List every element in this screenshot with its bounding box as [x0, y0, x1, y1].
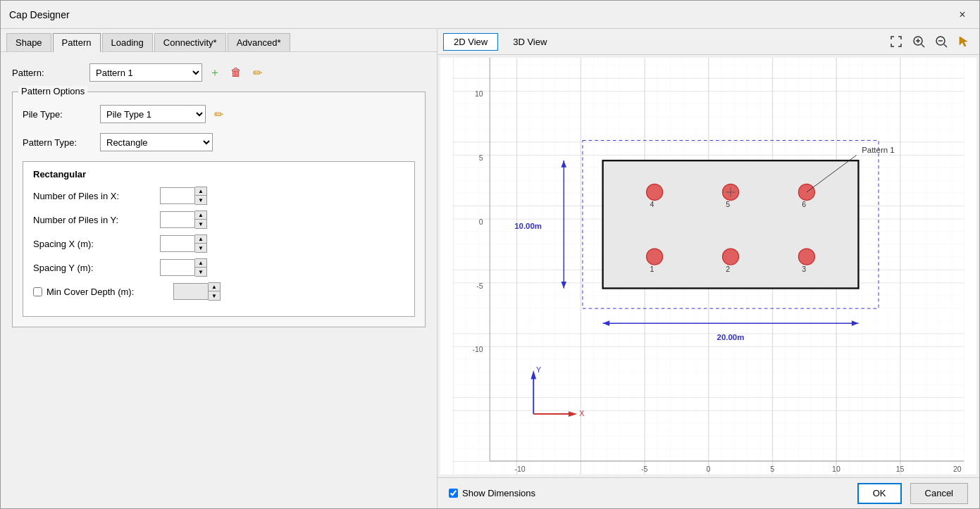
spacing-y-label: Spacing Y (m): — [33, 263, 160, 273]
spacing-y-up[interactable]: ▲ — [195, 259, 206, 268]
svg-text:Pattern 1: Pattern 1 — [862, 146, 894, 154]
piles-y-input[interactable]: 2 — [160, 211, 195, 228]
tab-shape[interactable]: Shape — [6, 33, 51, 51]
fit-view-button[interactable] — [886, 32, 906, 51]
svg-line-3 — [922, 44, 924, 47]
svg-text:X: X — [579, 409, 584, 417]
footer-bar: Show Dimensions OK Cancel — [438, 477, 979, 508]
pile-type-select[interactable]: Pile Type 1 — [100, 105, 206, 123]
spacing-x-spinner: 6 ▲ ▼ — [160, 234, 207, 253]
piles-y-row: Number of Piles in Y: 2 ▲ ▼ — [33, 210, 404, 229]
piles-x-up[interactable]: ▲ — [195, 187, 206, 196]
min-cover-input[interactable]: 1 — [173, 283, 209, 300]
spacing-y-input[interactable]: 3 — [160, 259, 195, 276]
min-cover-up[interactable]: ▲ — [209, 283, 220, 291]
svg-marker-7 — [960, 37, 967, 46]
tab-2d-view[interactable]: 2D View — [443, 33, 498, 51]
min-cover-down[interactable]: ▼ — [209, 291, 220, 300]
show-dimensions-label[interactable]: Show Dimensions — [449, 488, 535, 498]
tabs-row: Shape Pattern Loading Connectivity* Adva… — [1, 29, 437, 52]
min-cover-row: Min Cover Depth (m): 1 ▲ ▼ — [33, 282, 404, 301]
svg-text:5: 5 — [479, 153, 483, 162]
pile-type-row: Pile Type: Pile Type 1 ✏ — [23, 105, 415, 123]
svg-rect-38 — [603, 161, 859, 288]
min-cover-buttons: ▲ ▼ — [209, 282, 221, 301]
delete-pattern-button[interactable]: 🗑 — [228, 64, 244, 81]
pile-type-dropdown-wrapper: Pile Type 1 ✏ — [100, 105, 227, 123]
zoom-in-button[interactable] — [909, 32, 929, 51]
spacing-x-up[interactable]: ▲ — [195, 235, 206, 244]
close-button[interactable]: × — [954, 6, 971, 23]
add-pattern-button[interactable]: ＋ — [206, 64, 223, 81]
ok-button[interactable]: OK — [857, 483, 902, 504]
view-toolbar: 2D View 3D View — [438, 29, 979, 55]
piles-x-down[interactable]: ▼ — [195, 196, 206, 204]
tab-connectivity[interactable]: Connectivity* — [154, 33, 226, 51]
window-title: Cap Designer — [9, 9, 954, 20]
piles-x-label: Number of Piles in X: — [33, 191, 160, 201]
tab-3d-view[interactable]: 3D View — [502, 33, 557, 51]
rectangular-title: Rectangular — [33, 169, 404, 180]
piles-y-up[interactable]: ▲ — [195, 211, 206, 220]
tab-advanced[interactable]: Advanced* — [228, 33, 290, 51]
pattern-options-group: Pattern Options Pile Type: Pile Type 1 ✏ — [12, 92, 426, 327]
svg-text:20.00m: 20.00m — [717, 333, 745, 341]
min-cover-checkbox[interactable] — [33, 287, 42, 296]
main-content: Shape Pattern Loading Connectivity* Adva… — [1, 29, 979, 508]
spacing-y-down[interactable]: ▼ — [195, 268, 206, 276]
zoom-out-button[interactable] — [931, 32, 951, 51]
canvas-svg: 10 5 0 -5 -10 -10 -5 0 5 10 15 20 — [440, 58, 976, 475]
piles-x-buttons: ▲ ▼ — [195, 187, 207, 205]
pattern-type-select[interactable]: Rectangle — [100, 133, 213, 151]
piles-x-input[interactable]: 3 — [160, 187, 195, 204]
zoom-out-icon — [935, 35, 948, 48]
right-panel: 2D View 3D View — [438, 29, 979, 508]
rectangular-subgroup: Rectangular Number of Piles in X: 3 ▲ ▼ — [23, 161, 415, 317]
svg-text:-5: -5 — [641, 465, 647, 473]
piles-y-label: Number of Piles in Y: — [33, 215, 160, 225]
svg-text:10.00m: 10.00m — [514, 222, 542, 230]
svg-line-6 — [944, 44, 947, 47]
tab-pattern[interactable]: Pattern — [53, 33, 101, 52]
title-bar: Cap Designer × — [1, 1, 979, 29]
show-dimensions-checkbox[interactable] — [449, 489, 458, 498]
pattern-field-row: Pattern: Pattern 1 ＋ 🗑 ✏ — [12, 63, 426, 82]
svg-text:1: 1 — [650, 265, 654, 273]
svg-text:10: 10 — [832, 465, 841, 473]
edit-pattern-button[interactable]: ✏ — [249, 64, 266, 81]
svg-point-48 — [647, 184, 663, 201]
cursor-icon — [957, 35, 970, 48]
piles-y-down[interactable]: ▼ — [195, 220, 206, 228]
spacing-x-row: Spacing X (m): 6 ▲ ▼ — [33, 234, 404, 253]
panel-body: Pattern: Pattern 1 ＋ 🗑 ✏ Pattern Options — [1, 52, 437, 508]
svg-text:-5: -5 — [476, 282, 483, 290]
svg-text:Y: Y — [536, 365, 541, 374]
edit-pile-type-button[interactable]: ✏ — [210, 106, 227, 122]
spacing-x-label: Spacing X (m): — [33, 239, 160, 249]
canvas-area[interactable]: 10 5 0 -5 -10 -10 -5 0 5 10 15 20 — [440, 58, 976, 475]
pattern-select[interactable]: Pattern 1 — [89, 63, 202, 82]
spacing-x-buttons: ▲ ▼ — [195, 234, 207, 253]
cursor-button[interactable] — [954, 32, 974, 51]
svg-text:5: 5 — [726, 200, 730, 208]
svg-text:3: 3 — [802, 265, 806, 273]
left-panel: Shape Pattern Loading Connectivity* Adva… — [1, 29, 438, 508]
spacing-x-input[interactable]: 6 — [160, 235, 195, 252]
show-dimensions-text: Show Dimensions — [462, 488, 535, 498]
piles-x-spinner: 3 ▲ ▼ — [160, 187, 207, 205]
svg-point-56 — [647, 249, 663, 265]
pattern-dropdown-wrapper: Pattern 1 ＋ 🗑 ✏ — [89, 63, 266, 82]
svg-text:0: 0 — [479, 218, 483, 226]
spacing-y-spinner: 3 ▲ ▼ — [160, 258, 207, 277]
svg-text:15: 15 — [896, 465, 905, 473]
main-window: Cap Designer × Shape Pattern Loading Con… — [0, 0, 980, 509]
piles-y-spinner: 2 ▲ ▼ — [160, 210, 207, 229]
view-icons — [886, 32, 974, 51]
pile-type-label: Pile Type: — [23, 109, 100, 120]
cancel-button[interactable]: Cancel — [910, 483, 968, 504]
piles-x-row: Number of Piles in X: 3 ▲ ▼ — [33, 187, 404, 205]
tab-loading[interactable]: Loading — [102, 33, 153, 51]
pattern-options-title: Pattern Options — [18, 86, 87, 96]
min-cover-label: Min Cover Depth (m): — [46, 287, 173, 297]
spacing-x-down[interactable]: ▼ — [195, 244, 206, 252]
